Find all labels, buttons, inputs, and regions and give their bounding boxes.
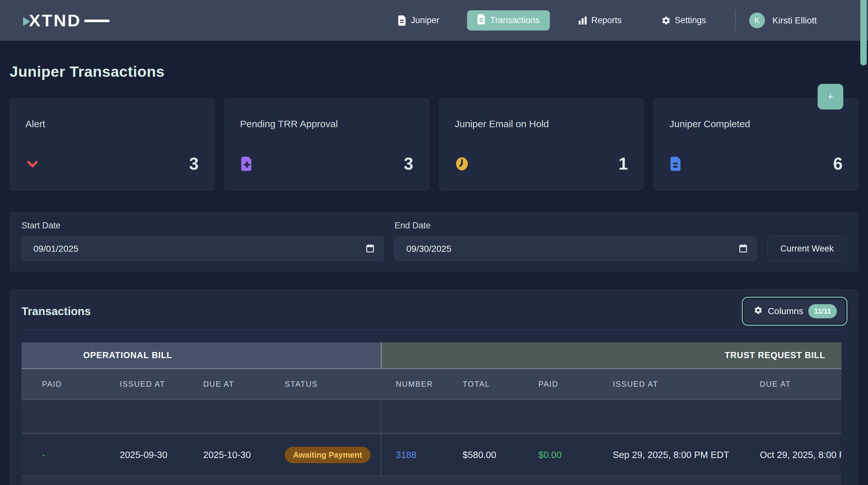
- transactions-table: OPERATIONAL BILL TRUST REQUEST BILL PAID…: [22, 342, 841, 485]
- table-group-header-row: OPERATIONAL BILL TRUST REQUEST BILL: [22, 342, 841, 369]
- brand-dash: [85, 20, 110, 22]
- file-plus-icon: [240, 157, 254, 171]
- transactions-section-title: Transactions: [22, 305, 91, 317]
- column-header[interactable]: ISSUED AT: [613, 369, 760, 399]
- end-date-input[interactable]: 09/30/2025: [395, 236, 757, 261]
- stat-card-juniper-email-on-hold[interactable]: Juniper Email on Hold 1: [439, 98, 644, 190]
- column-header[interactable]: TOTAL: [463, 369, 538, 399]
- column-header[interactable]: DUE AT: [203, 369, 285, 399]
- stat-card-alert[interactable]: Alert 3: [10, 98, 214, 190]
- chevron-down-icon: [25, 157, 39, 171]
- gear-icon: [661, 16, 671, 25]
- vertical-scrollbar-thumb[interactable]: [860, 0, 867, 65]
- nav-item-label: Transactions: [490, 16, 539, 25]
- nav-item-transactions-active[interactable]: Transactions: [467, 10, 550, 31]
- gear-icon: [754, 306, 763, 317]
- columns-count-badge: 11/11: [808, 304, 837, 318]
- group-trust-request-bill: TRUST REQUEST BILL: [381, 342, 841, 368]
- cell-total: $580.00: [463, 434, 538, 476]
- clock-icon: [455, 157, 469, 171]
- end-date-label: End Date: [395, 221, 757, 231]
- calendar-icon[interactable]: [366, 243, 375, 254]
- stat-card-value: 1: [619, 154, 628, 174]
- next-table-row-partial: [22, 476, 841, 485]
- cell-issued-at: Sep 29, 2025, 8:00 PM EDT: [613, 434, 760, 476]
- table-section-divider: [381, 434, 381, 476]
- start-date-value: 09/01/2025: [33, 244, 78, 254]
- calendar-icon[interactable]: [739, 243, 748, 254]
- stat-card-juniper-completed[interactable]: Juniper Completed 6: [654, 98, 858, 190]
- nav-item-label: Settings: [675, 16, 706, 25]
- nav-item-settings[interactable]: Settings: [661, 0, 706, 41]
- cell-op-issued-at: 2025-09-30: [120, 434, 203, 476]
- table-header-row: PAID ISSUED AT DUE AT STATUS NUMBER TOTA…: [22, 369, 841, 400]
- page-title: Juniper Transactions: [10, 63, 858, 80]
- column-header[interactable]: NUMBER: [381, 369, 463, 399]
- cell-number-link[interactable]: 3188: [381, 434, 463, 476]
- cell-status: Awaiting Payment: [285, 434, 381, 476]
- document-icon: [477, 14, 486, 27]
- transactions-panel: Transactions Columns 11/11 OPERATIONAL B…: [10, 289, 858, 485]
- stat-card-pending-trr-approval[interactable]: Pending TRR Approval 3: [224, 98, 429, 190]
- page-content: Juniper Transactions + Alert 3 Pending T…: [0, 63, 868, 485]
- current-week-button[interactable]: Current Week: [768, 236, 846, 262]
- status-badge: Awaiting Payment: [285, 447, 370, 463]
- stat-card-title: Juniper Completed: [669, 119, 843, 129]
- brand-text: XTND: [29, 11, 81, 30]
- stat-card-title: Pending TRR Approval: [240, 119, 413, 129]
- nav-item-label: Reports: [591, 16, 622, 25]
- columns-button[interactable]: Columns 11/11: [743, 298, 846, 325]
- stat-card-title: Juniper Email on Hold: [455, 119, 628, 129]
- bar-chart-icon: [578, 16, 587, 25]
- columns-button-label: Columns: [768, 306, 803, 316]
- stat-cards-row: Alert 3 Pending TRR Approval 3 Juniper E…: [10, 98, 858, 190]
- column-header[interactable]: PAID: [538, 369, 613, 399]
- user-avatar[interactable]: K: [749, 12, 765, 28]
- column-header[interactable]: DUE AT: [760, 369, 841, 399]
- nav-item-label: Juniper: [411, 16, 439, 25]
- top-navbar: XTND Juniper Transactions Reports Settin…: [0, 0, 868, 41]
- stat-card-value: 3: [189, 154, 198, 174]
- cell-due-at: Oct 29, 2025, 8:00 PM EDT: [760, 434, 841, 476]
- table-filter-row: [22, 400, 841, 434]
- nav-item-juniper[interactable]: Juniper: [398, 0, 439, 41]
- end-date-value: 09/30/2025: [406, 244, 451, 254]
- stat-card-title: Alert: [25, 119, 199, 129]
- column-header[interactable]: PAID: [22, 369, 120, 399]
- start-date-label: Start Date: [22, 221, 384, 231]
- column-header[interactable]: ISSUED AT: [120, 369, 203, 399]
- cell-op-paid: -: [22, 434, 120, 476]
- nav-item-reports[interactable]: Reports: [578, 0, 622, 41]
- start-date-input[interactable]: 09/01/2025: [22, 236, 384, 261]
- table-row[interactable]: - 2025-09-30 2025-10-30 Awaiting Payment…: [22, 434, 841, 476]
- add-button[interactable]: +: [817, 84, 843, 110]
- cell-paid: $0.00: [538, 434, 613, 476]
- user-name[interactable]: Kirsti Elliott: [772, 0, 817, 41]
- group-divider: [381, 342, 382, 368]
- cell-op-due-at: 2025-10-30: [203, 434, 285, 476]
- brand-logo[interactable]: XTND: [23, 0, 110, 41]
- table-section-divider: [381, 400, 381, 433]
- document-icon: [398, 16, 407, 26]
- section-divider: [22, 330, 846, 330]
- nav-divider: [735, 10, 736, 31]
- file-lines-icon: [669, 157, 683, 171]
- group-operational-bill: OPERATIONAL BILL: [22, 342, 381, 368]
- column-header[interactable]: STATUS: [285, 369, 381, 399]
- stat-card-value: 3: [404, 154, 413, 174]
- stat-card-value: 6: [833, 154, 843, 174]
- date-filter-panel: Start Date 09/01/2025 End Date 09/30/202…: [10, 212, 858, 272]
